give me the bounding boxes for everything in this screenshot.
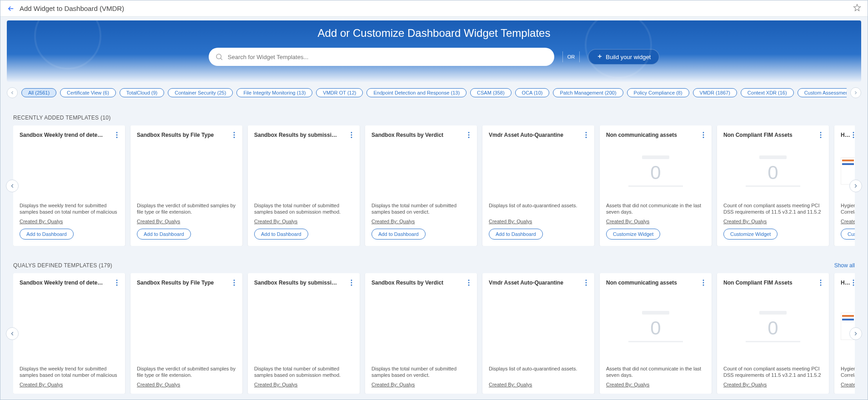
svg-point-37 — [586, 280, 587, 281]
show-all-link[interactable]: Show all — [834, 262, 855, 269]
or-separator: OR — [562, 51, 580, 62]
template-card: Sandbox Results by VerdictDisplays the t… — [365, 273, 477, 394]
category-pill[interactable]: File Integrity Monitoring (13) — [236, 88, 312, 97]
search-input[interactable] — [209, 48, 554, 66]
category-pill[interactable]: Container Security (25) — [168, 88, 233, 97]
template-card: Sandbox Weekly trend of dete…Displays th… — [13, 125, 125, 246]
more-icon[interactable] — [232, 132, 236, 140]
category-pill[interactable]: OCA (10) — [515, 88, 550, 97]
more-icon[interactable] — [467, 132, 471, 140]
more-icon[interactable] — [702, 132, 705, 140]
more-icon[interactable] — [584, 280, 588, 287]
svg-point-35 — [468, 282, 470, 284]
card-action-button[interactable]: Customize Widget — [606, 229, 660, 240]
more-icon[interactable] — [115, 132, 119, 140]
template-card: Sandbox Results by submissi…Displays the… — [248, 273, 360, 394]
card-action-button[interactable]: Add to Dashboard — [20, 229, 74, 240]
svg-point-24 — [853, 137, 854, 138]
category-pill[interactable]: Context XDR (16) — [741, 88, 794, 97]
more-icon[interactable] — [115, 280, 119, 287]
card-description: Displays the weekly trend for submitted … — [20, 365, 119, 378]
svg-point-43 — [820, 280, 822, 281]
template-card: Non Compliant FIM Assets0Count of non co… — [717, 273, 829, 394]
more-icon[interactable] — [350, 280, 353, 287]
carousel-next-button[interactable] — [849, 180, 862, 192]
svg-point-17 — [703, 135, 704, 136]
card-preview: 0 — [606, 287, 705, 365]
qualys-carousel: Sandbox Weekly trend of dete…Displays th… — [13, 273, 855, 394]
svg-point-13 — [586, 132, 587, 133]
category-pill[interactable]: TotalCloud (9) — [120, 88, 164, 97]
card-action-button[interactable]: Customize Widget — [723, 229, 778, 240]
category-pill[interactable]: VMDR (1867) — [693, 88, 737, 97]
card-description: Displays the weekly trend for submitted … — [20, 202, 119, 215]
card-preview — [489, 140, 588, 202]
more-icon[interactable] — [584, 132, 588, 140]
category-scroll-right-button[interactable] — [850, 87, 861, 98]
zero-preview: 0 — [746, 155, 800, 187]
card-preview — [841, 140, 855, 202]
svg-point-1 — [116, 132, 118, 133]
more-icon[interactable] — [852, 132, 855, 140]
svg-point-22 — [853, 132, 854, 133]
category-pill[interactable]: Policy Compliance (8) — [627, 88, 689, 97]
page-title: Add Widget to Dashboard (VMDR) — [20, 5, 124, 12]
card-created-by: Createc — [841, 382, 855, 387]
card-created-by: Created By: Qualys — [489, 219, 588, 224]
category-pill[interactable]: Patch Management (200) — [553, 88, 623, 97]
search-wrap — [209, 48, 554, 66]
card-description: Hygien Correla — [841, 365, 855, 378]
card-title: Sandbox Results by File Type — [137, 132, 214, 138]
card-title: Non Compliant FIM Assets — [723, 132, 793, 138]
svg-point-26 — [116, 282, 118, 284]
svg-point-27 — [116, 285, 118, 286]
card-action-button[interactable]: Add to Dashboard — [254, 229, 308, 240]
card-created-by: Created By: Qualys — [137, 219, 236, 224]
more-icon[interactable] — [702, 280, 705, 287]
carousel-prev-button[interactable] — [6, 180, 19, 192]
svg-point-30 — [234, 285, 235, 286]
category-scroll-left-button[interactable] — [7, 87, 18, 98]
card-title: Sandbox Results by Verdict — [371, 280, 443, 286]
svg-point-40 — [703, 280, 704, 281]
category-pill[interactable]: VMDR OT (12) — [316, 88, 363, 97]
card-preview — [371, 287, 471, 365]
card-title: Non communicating assets — [606, 132, 677, 138]
svg-point-15 — [586, 137, 587, 138]
favorite-star-icon[interactable] — [853, 4, 861, 13]
svg-point-34 — [468, 280, 470, 281]
more-icon[interactable] — [819, 132, 823, 140]
category-pill[interactable]: Certificate View (6) — [60, 88, 116, 97]
more-icon[interactable] — [852, 280, 855, 287]
more-icon[interactable] — [350, 132, 353, 140]
category-list: All (2561)Certificate View (6)TotalCloud… — [21, 88, 847, 97]
back-arrow-icon[interactable] — [7, 5, 15, 13]
card-description: Hygien Correla — [841, 202, 855, 215]
more-icon[interactable] — [819, 280, 823, 287]
svg-point-3 — [116, 137, 118, 138]
more-icon[interactable] — [232, 280, 236, 287]
category-pill[interactable]: Endpoint Detection and Response (13) — [366, 88, 467, 97]
card-action-button[interactable]: Add to Dashboard — [137, 229, 191, 240]
svg-point-48 — [853, 285, 854, 286]
category-pill[interactable]: CSAM (358) — [470, 88, 512, 97]
category-pill[interactable]: Custom Assessment and Remediation (7) — [798, 88, 847, 97]
build-widget-button[interactable]: Build your widget — [588, 49, 659, 65]
card-description: Displays the verdict of submitted sample… — [137, 202, 236, 215]
card-created-by: Created By: Qualys — [371, 219, 471, 224]
card-created-by: Created By: Qualys — [20, 219, 119, 224]
carousel-prev-button[interactable] — [6, 327, 19, 340]
more-icon[interactable] — [467, 280, 471, 287]
svg-point-46 — [853, 280, 854, 281]
card-description: Displays list of auto-quarantined assets… — [489, 365, 588, 378]
card-description: Displays the total number of submitted s… — [254, 202, 353, 215]
svg-point-8 — [351, 135, 352, 136]
zero-preview: 0 — [746, 311, 800, 342]
carousel-next-button[interactable] — [849, 327, 862, 340]
card-title: Sandbox Weekly trend of dete… — [20, 280, 103, 286]
plus-icon — [597, 53, 603, 61]
card-action-button[interactable]: Add to Dashboard — [371, 229, 426, 240]
category-pill[interactable]: All (2561) — [21, 88, 56, 97]
card-action-button[interactable]: Cust — [841, 229, 855, 240]
card-action-button[interactable]: Add to Dashboard — [489, 229, 543, 240]
